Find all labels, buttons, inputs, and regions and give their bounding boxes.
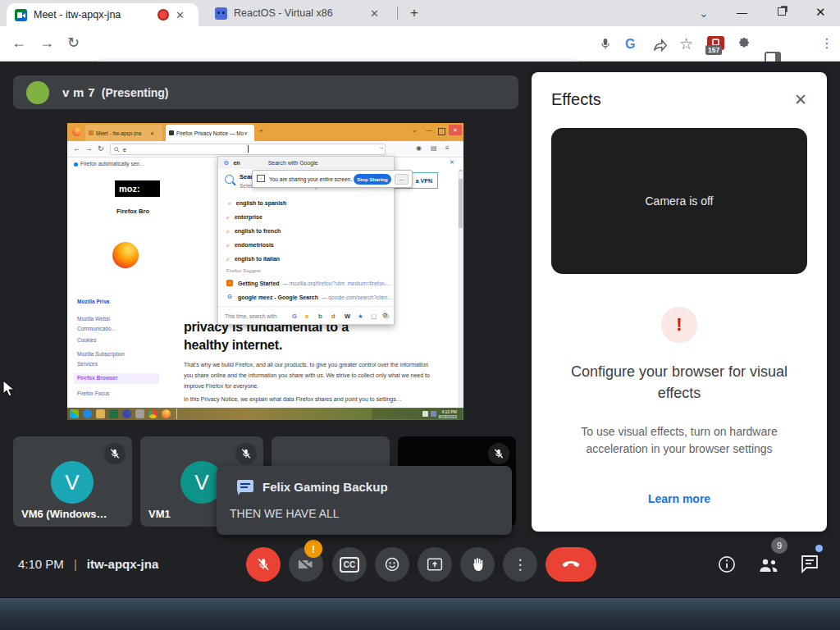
engine-wikipedia-icon[interactable]: W	[345, 313, 350, 320]
tab-reactos[interactable]: ReactOS - Virtual x86 ✕	[205, 0, 394, 26]
chat-icon	[800, 555, 819, 573]
suggest-result-row[interactable]: Getting Started— mozilla.org/firefox/?ut…	[218, 276, 394, 290]
engine-bing-icon[interactable]: b	[318, 313, 322, 320]
sidebar-link[interactable]: Communicatio…	[77, 326, 116, 331]
fx-tab-close-icon[interactable]: ✕	[244, 130, 248, 136]
fx-go-arrow-icon[interactable]: →	[377, 144, 384, 151]
sidebar-link[interactable]: Mozilla Priva	[77, 299, 109, 304]
gear-icon[interactable]: ⚙	[382, 312, 388, 319]
notification-dot	[74, 162, 78, 167]
inner-ie-icon[interactable]	[83, 409, 92, 418]
screen-recorder-extension-icon[interactable]: 157	[707, 36, 724, 50]
tab-close-icon[interactable]: ✕	[176, 10, 185, 21]
meeting-time: 4:10 PM	[18, 557, 64, 571]
suggestion-row[interactable]: ↻⌕english to spanish	[218, 196, 394, 210]
chat-icon	[236, 479, 256, 497]
engine-google-icon[interactable]: G	[292, 313, 297, 320]
bookmark-star-icon[interactable]: ☆	[679, 34, 693, 53]
inner-tray-icon[interactable]	[422, 411, 428, 417]
scroll-thumb[interactable]	[459, 179, 463, 228]
sidebar-link[interactable]: Mozilla Subscription	[77, 351, 125, 357]
info-button[interactable]	[710, 547, 744, 582]
fx-forward-icon[interactable]: →	[85, 145, 93, 153]
inner-tray-icon[interactable]	[431, 411, 436, 417]
inner-system-tray: 4:10 PM8/29/2023	[372, 409, 462, 419]
inner-start-icon[interactable]	[70, 409, 79, 418]
effects-heading: Configure your browser for visual effect…	[560, 361, 798, 404]
back-icon[interactable]: ←	[11, 35, 26, 50]
reload-icon[interactable]: ↻	[67, 35, 80, 50]
inner-chrome-icon[interactable]	[148, 409, 158, 418]
fx-tab-privacy[interactable]: Firefox Privacy Notice — Mozi ✕	[166, 125, 254, 141]
scroll-up-icon[interactable]: ^	[458, 169, 463, 174]
raise-hand-button[interactable]	[460, 547, 495, 582]
engine-amazon-icon[interactable]: a	[305, 313, 308, 320]
reactions-button[interactable]	[375, 547, 409, 582]
window-chevron-icon[interactable]: ⌄	[699, 7, 709, 19]
google-g-icon[interactable]: G	[625, 37, 635, 52]
chat-button[interactable]	[792, 547, 827, 582]
fx-notif-close-icon[interactable]: ✕	[450, 159, 454, 166]
sidebar-link[interactable]: Firefox Focus	[77, 390, 109, 396]
fx-tab-close-icon[interactable]: ✕	[150, 130, 154, 136]
mic-button[interactable]	[246, 547, 281, 582]
participant-tile-vm6[interactable]: V VM6 (Windows…	[13, 436, 132, 527]
suggestion-row[interactable]: ⌕english to french	[218, 224, 394, 238]
search-with-google-row[interactable]: G en Search with Google	[218, 157, 394, 169]
chat-notification[interactable]: Felix Gaming Backup THEN WE HAVE ALL	[217, 466, 512, 535]
fx-close-icon[interactable]: ✕	[449, 125, 462, 135]
fx-shield-icon[interactable]: ◉	[416, 145, 422, 152]
tab-close-icon[interactable]: ✕	[370, 8, 379, 19]
forward-icon[interactable]: →	[39, 35, 54, 50]
inner-app-icon[interactable]	[122, 409, 131, 418]
suggestion-row[interactable]: ⌕enterprise	[218, 210, 394, 224]
camera-off-icon	[298, 558, 314, 571]
window-restore-button[interactable]	[778, 7, 786, 16]
fx-scrollbar[interactable]: ^	[458, 169, 463, 408]
tab-meet[interactable]: Meet - itw-apqx-jna ✕	[7, 3, 199, 26]
engine-duckduckgo-icon[interactable]: d	[331, 313, 336, 320]
sidebar-link[interactable]: Cookies	[77, 337, 96, 343]
mic-off-icon	[488, 443, 509, 464]
inner-app-icon[interactable]	[135, 409, 144, 418]
meet-favicon	[15, 9, 27, 21]
hide-toast-button[interactable]: —	[395, 174, 409, 185]
share-icon[interactable]	[652, 38, 668, 52]
engine-tabs-icon[interactable]: ▢	[371, 313, 377, 320]
reactos-favicon	[215, 7, 227, 20]
fx-menu-icon[interactable]: ≡	[445, 145, 450, 152]
new-tab-button[interactable]: +	[410, 5, 418, 21]
learn-more-link[interactable]: Learn more	[532, 492, 827, 505]
captions-button[interactable]: CC	[332, 547, 367, 582]
inner-folder-icon[interactable]	[96, 409, 105, 418]
end-call-button[interactable]	[546, 547, 596, 582]
tab-title: Meet - itw-apqx-jna	[34, 9, 153, 21]
fx-tab-meet[interactable]: Meet - itw-apqx-jna ✕	[85, 125, 162, 141]
suggestion-row[interactable]: ⌕endometriosis	[218, 238, 394, 252]
fx-new-tab-icon[interactable]: +	[259, 128, 263, 135]
fx-tabs-chevron-icon[interactable]: ⌄	[412, 127, 418, 134]
engine-bookmarks-icon[interactable]: ★	[358, 313, 363, 320]
inner-excel-icon[interactable]	[109, 409, 118, 418]
present-button[interactable]	[418, 547, 452, 582]
inner-firefox-icon[interactable]	[162, 409, 171, 418]
suggestion-row[interactable]: ⌕english to italian	[218, 252, 394, 266]
fx-minimize-icon[interactable]: —	[426, 127, 432, 134]
voice-search-icon[interactable]	[600, 37, 611, 52]
stop-sharing-button[interactable]: Stop Sharing	[354, 174, 391, 185]
sidebar-link[interactable]: Mozilla Websi	[77, 316, 110, 322]
sidebar-link-active[interactable]: Firefox Browser	[77, 375, 118, 381]
extensions-puzzle-icon[interactable]	[737, 37, 751, 52]
fx-back-icon[interactable]: ←	[73, 145, 80, 153]
more-options-button[interactable]: ⋮	[503, 547, 537, 582]
fx-maximize-icon[interactable]	[438, 128, 445, 135]
fx-reload-icon[interactable]: ↻	[98, 145, 104, 153]
window-minimize-button[interactable]: —	[737, 7, 747, 19]
effects-close-icon[interactable]: ✕	[794, 90, 807, 109]
sidebar-link[interactable]: Services	[77, 361, 98, 367]
browser-menu-icon[interactable]: ⋮	[820, 35, 833, 51]
fx-library-icon[interactable]: ▤	[431, 145, 437, 152]
page-paragraph: In this Privacy Notice, we explain what …	[184, 394, 435, 405]
suggest-result-row[interactable]: G google meez - Google Search— google.co…	[218, 290, 394, 304]
window-close-button[interactable]: ✕	[815, 5, 826, 20]
